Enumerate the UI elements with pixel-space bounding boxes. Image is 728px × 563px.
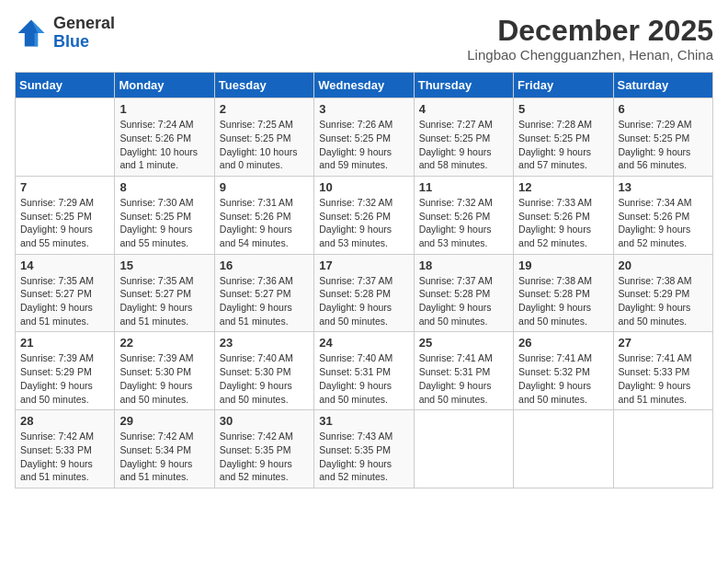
day-info: Sunrise: 7:32 AM Sunset: 5:26 PM Dayligh… (319, 196, 408, 250)
day-info: Sunrise: 7:42 AM Sunset: 5:34 PM Dayligh… (119, 430, 209, 484)
day-number: 15 (119, 259, 209, 272)
calendar-week-row: 21Sunrise: 7:39 AM Sunset: 5:29 PM Dayli… (16, 332, 713, 410)
weekday-header-cell: Thursday (414, 73, 513, 98)
weekday-header-cell: Tuesday (214, 73, 313, 98)
day-info: Sunrise: 7:35 AM Sunset: 5:27 PM Dayligh… (119, 274, 209, 328)
day-number: 26 (518, 336, 608, 350)
day-info: Sunrise: 7:42 AM Sunset: 5:33 PM Dayligh… (20, 430, 109, 484)
day-info: Sunrise: 7:40 AM Sunset: 5:30 PM Dayligh… (220, 351, 309, 406)
day-info: Sunrise: 7:25 AM Sunset: 5:25 PM Dayligh… (220, 118, 309, 172)
calendar-cell (613, 410, 712, 488)
day-info: Sunrise: 7:27 AM Sunset: 5:25 PM Dayligh… (419, 118, 508, 172)
calendar-cell: 27Sunrise: 7:41 AM Sunset: 5:33 PM Dayli… (613, 332, 712, 410)
day-info: Sunrise: 7:34 AM Sunset: 5:26 PM Dayligh… (619, 196, 708, 250)
calendar-cell: 24Sunrise: 7:40 AM Sunset: 5:31 PM Dayli… (314, 332, 414, 410)
calendar-cell: 19Sunrise: 7:38 AM Sunset: 5:28 PM Dayli… (514, 254, 613, 332)
calendar-week-row: 1Sunrise: 7:24 AM Sunset: 5:26 PM Daylig… (16, 98, 713, 177)
page-header: General Blue December 2025 Lingbao Cheng… (15, 15, 713, 63)
calendar-cell: 12Sunrise: 7:33 AM Sunset: 5:26 PM Dayli… (514, 176, 613, 254)
calendar-cell: 16Sunrise: 7:36 AM Sunset: 5:27 PM Dayli… (214, 254, 313, 332)
calendar-cell: 5Sunrise: 7:28 AM Sunset: 5:25 PM Daylig… (514, 98, 613, 177)
day-info: Sunrise: 7:35 AM Sunset: 5:27 PM Dayligh… (20, 274, 109, 328)
day-number: 28 (20, 414, 109, 428)
calendar-cell: 14Sunrise: 7:35 AM Sunset: 5:27 PM Dayli… (16, 254, 115, 332)
calendar-cell: 2Sunrise: 7:25 AM Sunset: 5:25 PM Daylig… (214, 98, 313, 177)
day-info: Sunrise: 7:31 AM Sunset: 5:26 PM Dayligh… (220, 196, 309, 250)
day-number: 1 (119, 102, 209, 116)
day-number: 6 (619, 102, 708, 116)
calendar-week-row: 14Sunrise: 7:35 AM Sunset: 5:27 PM Dayli… (16, 254, 713, 332)
day-number: 22 (119, 336, 209, 350)
day-info: Sunrise: 7:42 AM Sunset: 5:35 PM Dayligh… (220, 430, 309, 484)
location-subtitle: Lingbao Chengguanzhen, Henan, China (467, 47, 713, 63)
calendar-body: 1Sunrise: 7:24 AM Sunset: 5:26 PM Daylig… (16, 98, 713, 488)
day-info: Sunrise: 7:39 AM Sunset: 5:30 PM Dayligh… (119, 351, 209, 406)
day-number: 2 (220, 102, 309, 116)
month-title: December 2025 (467, 15, 713, 47)
day-info: Sunrise: 7:28 AM Sunset: 5:25 PM Dayligh… (518, 118, 608, 172)
day-number: 17 (319, 259, 408, 272)
day-number: 12 (518, 180, 608, 194)
calendar-cell (16, 98, 115, 177)
day-number: 7 (20, 180, 109, 194)
logo-text: General Blue (53, 15, 115, 52)
day-info: Sunrise: 7:33 AM Sunset: 5:26 PM Dayligh… (518, 196, 608, 250)
day-info: Sunrise: 7:37 AM Sunset: 5:28 PM Dayligh… (419, 274, 508, 328)
day-number: 9 (220, 180, 309, 194)
calendar-table: SundayMondayTuesdayWednesdayThursdayFrid… (15, 72, 713, 488)
calendar-cell (514, 410, 613, 488)
calendar-cell: 10Sunrise: 7:32 AM Sunset: 5:26 PM Dayli… (314, 176, 414, 254)
calendar-cell (414, 410, 513, 488)
weekday-header-cell: Saturday (613, 73, 712, 98)
calendar-cell: 15Sunrise: 7:35 AM Sunset: 5:27 PM Dayli… (115, 254, 214, 332)
calendar-cell: 13Sunrise: 7:34 AM Sunset: 5:26 PM Dayli… (613, 176, 712, 254)
day-number: 11 (419, 180, 508, 194)
day-info: Sunrise: 7:32 AM Sunset: 5:26 PM Dayligh… (419, 196, 508, 250)
day-info: Sunrise: 7:24 AM Sunset: 5:26 PM Dayligh… (119, 118, 209, 172)
calendar-cell: 22Sunrise: 7:39 AM Sunset: 5:30 PM Dayli… (115, 332, 214, 410)
day-number: 5 (518, 102, 608, 116)
day-number: 19 (518, 259, 608, 272)
calendar-cell: 18Sunrise: 7:37 AM Sunset: 5:28 PM Dayli… (414, 254, 513, 332)
day-info: Sunrise: 7:38 AM Sunset: 5:28 PM Dayligh… (518, 274, 608, 328)
calendar-cell: 30Sunrise: 7:42 AM Sunset: 5:35 PM Dayli… (214, 410, 313, 488)
day-number: 25 (419, 336, 508, 350)
calendar-week-row: 28Sunrise: 7:42 AM Sunset: 5:33 PM Dayli… (16, 410, 713, 488)
day-info: Sunrise: 7:41 AM Sunset: 5:32 PM Dayligh… (518, 351, 608, 406)
calendar-cell: 29Sunrise: 7:42 AM Sunset: 5:34 PM Dayli… (115, 410, 214, 488)
day-info: Sunrise: 7:43 AM Sunset: 5:35 PM Dayligh… (319, 430, 408, 484)
day-info: Sunrise: 7:40 AM Sunset: 5:31 PM Dayligh… (319, 351, 408, 406)
day-number: 3 (319, 102, 408, 116)
weekday-header-cell: Wednesday (314, 73, 414, 98)
day-info: Sunrise: 7:26 AM Sunset: 5:25 PM Dayligh… (319, 118, 408, 172)
day-number: 13 (619, 180, 708, 194)
day-number: 10 (319, 180, 408, 194)
day-number: 29 (119, 414, 209, 428)
day-number: 4 (419, 102, 508, 116)
day-info: Sunrise: 7:36 AM Sunset: 5:27 PM Dayligh… (220, 274, 309, 328)
day-info: Sunrise: 7:38 AM Sunset: 5:29 PM Dayligh… (619, 274, 708, 328)
day-number: 16 (220, 259, 309, 272)
title-block: December 2025 Lingbao Chengguanzhen, Hen… (467, 15, 713, 63)
day-number: 8 (119, 180, 209, 194)
calendar-cell: 8Sunrise: 7:30 AM Sunset: 5:25 PM Daylig… (115, 176, 214, 254)
calendar-cell: 4Sunrise: 7:27 AM Sunset: 5:25 PM Daylig… (414, 98, 513, 177)
day-info: Sunrise: 7:37 AM Sunset: 5:28 PM Dayligh… (319, 274, 408, 328)
day-info: Sunrise: 7:39 AM Sunset: 5:29 PM Dayligh… (20, 351, 109, 406)
calendar-cell: 11Sunrise: 7:32 AM Sunset: 5:26 PM Dayli… (414, 176, 513, 254)
day-info: Sunrise: 7:41 AM Sunset: 5:33 PM Dayligh… (619, 351, 708, 406)
calendar-cell: 23Sunrise: 7:40 AM Sunset: 5:30 PM Dayli… (214, 332, 313, 410)
calendar-week-row: 7Sunrise: 7:29 AM Sunset: 5:25 PM Daylig… (16, 176, 713, 254)
day-info: Sunrise: 7:29 AM Sunset: 5:25 PM Dayligh… (619, 118, 708, 172)
calendar-cell: 7Sunrise: 7:29 AM Sunset: 5:25 PM Daylig… (16, 176, 115, 254)
calendar-cell: 25Sunrise: 7:41 AM Sunset: 5:31 PM Dayli… (414, 332, 513, 410)
calendar-cell: 6Sunrise: 7:29 AM Sunset: 5:25 PM Daylig… (613, 98, 712, 177)
day-number: 21 (20, 336, 109, 350)
weekday-header-cell: Sunday (16, 73, 115, 98)
day-info: Sunrise: 7:41 AM Sunset: 5:31 PM Dayligh… (419, 351, 508, 406)
weekday-header-row: SundayMondayTuesdayWednesdayThursdayFrid… (16, 73, 713, 98)
logo-icon (15, 17, 48, 50)
day-info: Sunrise: 7:29 AM Sunset: 5:25 PM Dayligh… (20, 196, 109, 250)
day-number: 18 (419, 259, 508, 272)
calendar-cell: 21Sunrise: 7:39 AM Sunset: 5:29 PM Dayli… (16, 332, 115, 410)
